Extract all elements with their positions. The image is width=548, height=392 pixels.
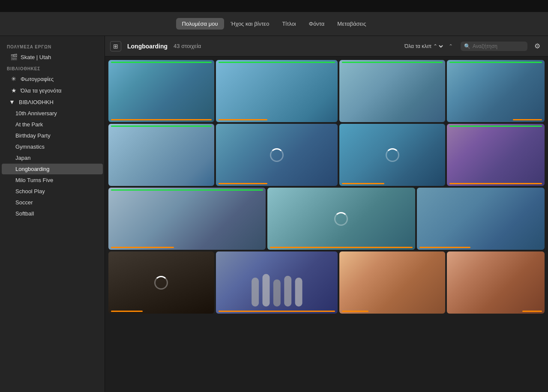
toolbar: Πολυμέσα μου Ήχος και βίντεο Τίτλοι Φόντ… xyxy=(0,12,548,36)
video-thumb-14[interactable] xyxy=(339,251,445,314)
progress-bar-green-5 xyxy=(111,126,212,127)
sidebar-label-at-the-park: At the Park xyxy=(15,121,43,128)
progress-bar-orange-14 xyxy=(342,311,368,312)
grid-row-4 xyxy=(108,251,545,314)
filter-select[interactable]: Όλα τα κλιπ ⌃ xyxy=(403,43,444,50)
sidebar-label-birthday-party: Birthday Party xyxy=(15,132,51,139)
sidebar-label-japan: Japan xyxy=(15,155,30,161)
panel-toggle-button[interactable]: ⊞ xyxy=(110,41,121,51)
video-thumb-11[interactable] xyxy=(417,188,545,250)
chevron-down-icon: ▼ xyxy=(9,99,15,105)
progress-bar-orange-12 xyxy=(111,311,143,312)
sidebar-item-10th-anniversary[interactable]: 10th Anniversary xyxy=(2,108,103,119)
main-layout: ΠΟΛΥΜΕΣΑ ΕΡΓΩΝ 🎬 Skate | Utah ΒΙΒΛΙΟΘΗΚΕ… xyxy=(0,36,548,392)
svg-rect-4 xyxy=(295,277,302,306)
settings-button[interactable]: ⚙ xyxy=(532,41,543,51)
progress-bar-orange-11 xyxy=(419,247,470,248)
sidebar-item-school-play[interactable]: School Play xyxy=(2,186,103,197)
photos-icon: ✳ xyxy=(10,75,17,82)
progress-bar-orange-7 xyxy=(342,183,384,184)
video-thumb-9[interactable] xyxy=(108,188,266,250)
video-thumb-3[interactable] xyxy=(339,60,445,122)
progress-bar-green-1 xyxy=(111,62,212,63)
toolbar-btn-transitions[interactable]: Μεταβάσεις xyxy=(331,18,372,30)
svg-rect-3 xyxy=(284,275,291,306)
sidebar-label-soccer: Soccer xyxy=(15,199,33,206)
content-header: ⊞ Longboarding 43 στοιχεία Όλα τα κλιπ ⌃… xyxy=(105,36,548,57)
video-thumb-5[interactable] xyxy=(108,124,214,186)
grid-row-3 xyxy=(108,188,545,250)
sidebar: ΠΟΛΥΜΕΣΑ ΕΡΓΩΝ 🎬 Skate | Utah ΒΙΒΛΙΟΘΗΚΕ… xyxy=(0,36,105,392)
toolbar-btn-titles[interactable]: Τίτλοι xyxy=(276,18,302,30)
sidebar-item-label-photos: Φωτογραφίες xyxy=(21,76,54,82)
sidebar-item-at-the-park[interactable]: At the Park xyxy=(2,119,103,130)
video-thumb-8[interactable] xyxy=(447,124,545,186)
progress-bar-green-3 xyxy=(342,62,443,63)
video-thumb-13[interactable] xyxy=(216,251,338,314)
sidebar-label-gymnastics: Gymnastics xyxy=(15,144,45,150)
toolbar-btn-audio-video[interactable]: Ήχος και βίντεο xyxy=(225,18,275,30)
sidebar-item-library-header[interactable]: ▼ ΒΙΒΛΙΟΘΗΚΗ xyxy=(2,96,103,108)
progress-bar-green-4 xyxy=(449,62,542,63)
content-area: ⊞ Longboarding 43 στοιχεία Όλα τα κλιπ ⌃… xyxy=(105,36,548,392)
sidebar-label-softball: Softball xyxy=(15,210,34,217)
sidebar-item-japan[interactable]: Japan xyxy=(2,153,103,163)
progress-bar-orange-4 xyxy=(513,119,542,120)
search-input[interactable] xyxy=(473,43,524,49)
content-title: Longboarding xyxy=(127,43,168,50)
sidebar-item-softball[interactable]: Softball xyxy=(2,208,103,219)
sidebar-item-gymnastics[interactable]: Gymnastics xyxy=(2,141,103,152)
video-grid xyxy=(105,57,548,392)
progress-bar-orange-8 xyxy=(449,183,542,184)
content-count: 43 στοιχεία xyxy=(174,43,201,49)
star-icon: ★ xyxy=(10,87,17,94)
filter-chevron-icon: ⌃ xyxy=(449,43,453,49)
video-thumb-15[interactable] xyxy=(447,251,545,314)
progress-bar-green-2 xyxy=(219,62,335,63)
sidebar-label-milo-turns-five: Milo Turns Five xyxy=(15,177,53,183)
progress-bar-orange-9 xyxy=(111,247,174,248)
sidebar-item-photos[interactable]: ✳ Φωτογραφίες xyxy=(2,73,103,84)
video-thumb-10[interactable] xyxy=(267,188,415,250)
loading-spinner-7 xyxy=(386,148,399,162)
loading-spinner-12 xyxy=(154,276,168,290)
progress-bar-orange-13 xyxy=(219,311,335,312)
progress-bar-orange-10 xyxy=(270,247,412,248)
top-bar xyxy=(0,0,548,12)
video-thumb-7[interactable] xyxy=(339,124,445,186)
svg-rect-2 xyxy=(273,279,281,306)
video-thumb-2[interactable] xyxy=(216,60,338,122)
progress-bar-green-9 xyxy=(111,189,263,191)
sidebar-item-longboarding[interactable]: Longboarding xyxy=(2,164,103,174)
toolbar-btn-my-media[interactable]: Πολυμέσα μου xyxy=(176,18,224,30)
loading-spinner-6 xyxy=(270,148,284,162)
sidebar-label-school-play: School Play xyxy=(15,188,45,195)
svg-rect-1 xyxy=(262,274,270,306)
toolbar-btn-backgrounds[interactable]: Φόντα xyxy=(303,18,331,30)
video-thumb-4[interactable] xyxy=(447,60,545,122)
video-thumb-12[interactable] xyxy=(108,251,214,314)
grid-row-1 xyxy=(108,60,545,122)
progress-bar-orange-1 xyxy=(111,119,212,120)
sidebar-library-label: ΒΙΒΛΙΟΘΗΚΗ xyxy=(19,99,54,105)
sidebar-item-label-all-events: Όλα τα γεγονότα xyxy=(21,87,62,94)
search-icon: 🔍 xyxy=(464,43,470,49)
progress-bar-green-8 xyxy=(449,126,542,127)
sidebar-section-libraries: ΒΙΒΛΙΟΘΗΚΕΣ xyxy=(0,63,105,73)
svg-rect-0 xyxy=(252,277,259,306)
project-icon: 🎬 xyxy=(10,54,17,60)
group-silhouette xyxy=(216,270,338,314)
video-thumb-6[interactable] xyxy=(216,124,338,186)
sidebar-item-milo-turns-five[interactable]: Milo Turns Five xyxy=(2,175,103,186)
sidebar-item-label-skate-utah: Skate | Utah xyxy=(21,54,51,60)
sidebar-label-longboarding: Longboarding xyxy=(15,166,50,172)
video-thumb-1[interactable] xyxy=(108,60,214,122)
sidebar-item-birthday-party[interactable]: Birthday Party xyxy=(2,130,103,141)
sidebar-item-skate-utah[interactable]: 🎬 Skate | Utah xyxy=(2,51,103,63)
sidebar-item-soccer[interactable]: Soccer xyxy=(2,197,103,208)
progress-bar-orange-2 xyxy=(219,119,267,120)
search-box: 🔍 xyxy=(461,42,527,51)
sidebar-item-all-events[interactable]: ★ Όλα τα γεγονότα xyxy=(2,85,103,96)
progress-bar-orange-6 xyxy=(219,183,267,184)
sidebar-label-10th-anniversary: 10th Anniversary xyxy=(15,110,57,117)
